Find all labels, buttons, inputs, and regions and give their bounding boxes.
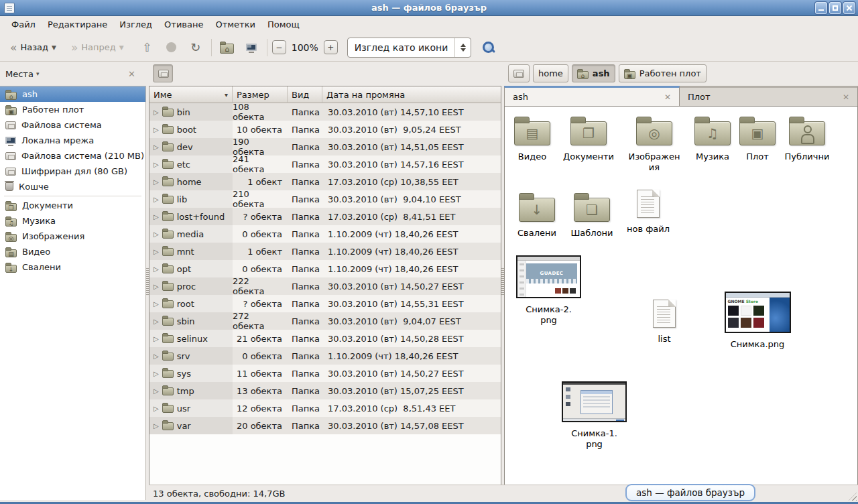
tab-ash[interactable]: ash ✕ <box>504 86 680 106</box>
table-row[interactable]: ▷lib 210 обекта Папка 30.03.2010 (вт) 9,… <box>149 190 501 208</box>
icon-item-snimka[interactable]: GNOME Store Снимка.png <box>724 292 791 350</box>
icon-item-templates[interactable]: ❏ Шаблони <box>568 192 615 239</box>
table-row[interactable]: ▷tmp 13 обекта Папка 30.03.2010 (вт) 15,… <box>149 382 501 399</box>
table-row[interactable]: ▷var 20 обекта Папка 30.03.2010 (вт) 14,… <box>149 417 501 434</box>
sidebar-item-documents[interactable]: Документи <box>0 198 145 213</box>
table-row[interactable]: ▷boot 10 обекта Папка 30.03.2010 (вт) 9,… <box>149 121 501 138</box>
table-row[interactable]: ▷sbin 272 обекта Папка 30.03.2010 (вт) 9… <box>149 312 501 330</box>
table-row[interactable]: ▷lost+found ? обекта Папка 17.03.2010 (с… <box>149 208 501 225</box>
expander-icon[interactable]: ▷ <box>154 213 159 220</box>
sidebar-item-music[interactable]: Музика <box>0 213 145 229</box>
home-button[interactable] <box>217 37 238 58</box>
expander-icon[interactable]: ▷ <box>154 231 159 238</box>
expander-icon[interactable]: ▷ <box>154 178 159 186</box>
back-button[interactable]: « Назад ▼ <box>5 37 61 58</box>
icon-item-video[interactable]: ▤ Видео <box>509 116 556 162</box>
table-row[interactable]: ▷srv 0 обекта Папка 1.10.2009 (чт) 18,40… <box>149 347 501 365</box>
stop-button[interactable] <box>161 37 182 58</box>
icon-item-public[interactable]: Публични <box>782 116 833 162</box>
breadcrumb-root-button[interactable] <box>508 64 530 82</box>
icon-item-downloads[interactable]: ↓ Свалени <box>513 192 560 239</box>
column-header-date[interactable]: Дата на промяна <box>322 86 501 103</box>
table-row[interactable]: ▷etc 241 обекта Папка 30.03.2010 (вт) 14… <box>149 155 501 173</box>
search-button[interactable] <box>478 37 499 58</box>
close-button[interactable] <box>843 2 855 14</box>
menu-view[interactable]: Изглед <box>113 16 158 34</box>
expander-icon[interactable]: ▷ <box>154 335 159 342</box>
expander-icon[interactable]: ▷ <box>154 300 159 308</box>
back-dropdown-icon[interactable]: ▼ <box>52 44 56 51</box>
breadcrumb-home-button[interactable]: home <box>533 64 568 82</box>
sidebar-close-icon[interactable]: ✕ <box>128 69 135 79</box>
icon-item-new-file[interactable]: нов файл <box>624 190 672 235</box>
view-mode-select[interactable]: Изглед като икони <box>347 38 472 58</box>
tab-close-icon[interactable]: ✕ <box>843 92 849 102</box>
icon-item-desktop[interactable]: ▣ Плот <box>736 116 779 162</box>
sidebar-item-desktop[interactable]: Работен плот <box>0 102 145 117</box>
forward-button[interactable]: » Напред ▼ <box>66 37 129 58</box>
expander-icon[interactable]: ▷ <box>154 265 159 273</box>
table-row[interactable]: ▷dev 190 обекта Папка 30.03.2010 (вт) 14… <box>149 138 501 155</box>
breadcrumb-desktop-button[interactable]: Работен плот <box>619 64 707 82</box>
zoom-out-button[interactable]: − <box>272 40 286 54</box>
zoom-in-button[interactable]: + <box>324 40 338 54</box>
sidebar-item-trash[interactable]: Кошче <box>0 179 145 194</box>
breadcrumb-root-button[interactable] <box>153 64 173 82</box>
sidebar-item-encrypted-80gb[interactable]: Шифриран дял (80 GB) <box>0 164 145 179</box>
menu-help[interactable]: Помощ <box>261 16 306 34</box>
icon-item-list[interactable]: list <box>641 300 687 344</box>
expander-icon[interactable]: ▷ <box>154 422 159 430</box>
expander-icon[interactable]: ▷ <box>154 405 159 412</box>
expander-icon[interactable]: ▷ <box>154 370 159 377</box>
menu-bookmarks[interactable]: Отметки <box>209 16 261 34</box>
icon-item-snimka-2[interactable]: GUADEC Снимка-2.png <box>516 255 581 326</box>
expander-icon[interactable]: ▷ <box>154 353 159 360</box>
sidebar-item-filesystem[interactable]: Файлова система <box>0 117 145 133</box>
menu-edit[interactable]: Редактиране <box>42 16 113 34</box>
up-button[interactable]: ⇧ <box>137 37 158 58</box>
sidebar-item-video[interactable]: Видео <box>0 244 145 259</box>
sidebar-item-home[interactable]: ash <box>0 86 145 102</box>
sidebar-item-network[interactable]: Локална мрежа <box>0 133 145 148</box>
expander-icon[interactable]: ▷ <box>154 318 159 325</box>
tab-plot[interactable]: Плот ✕ <box>680 86 858 106</box>
computer-button[interactable] <box>241 37 262 58</box>
reload-button[interactable]: ↻ <box>185 37 206 58</box>
table-row[interactable]: ▷root ? обекта Папка 30.03.2010 (вт) 14,… <box>149 295 501 312</box>
sidebar-item-filesystem-210mb[interactable]: Файлова система (210 MB) <box>0 148 145 164</box>
sidebar-item-pictures[interactable]: Изображения <box>0 229 145 244</box>
places-selector[interactable]: Места ▾ <box>5 69 39 79</box>
breadcrumb-ash-button[interactable]: ash <box>572 64 615 82</box>
table-row[interactable]: ▷usr 12 обекта Папка 17.03.2010 (ср) 8,5… <box>149 399 501 417</box>
table-row[interactable]: ▷mnt 1 обект Папка 1.10.2009 (чт) 18,40,… <box>149 243 501 260</box>
icon-item-documents[interactable]: ❐ Документи <box>565 116 612 162</box>
menu-go[interactable]: Отиване <box>158 16 209 34</box>
column-header-name[interactable]: Име ▾ <box>149 86 233 103</box>
expander-icon[interactable]: ▷ <box>154 109 159 116</box>
expander-icon[interactable]: ▷ <box>154 126 159 133</box>
maximize-button[interactable] <box>829 2 841 14</box>
expander-icon[interactable]: ▷ <box>154 143 159 151</box>
expander-icon[interactable]: ▷ <box>154 387 159 395</box>
expander-icon[interactable]: ▷ <box>154 196 159 203</box>
minimize-button[interactable] <box>815 2 827 14</box>
menu-file[interactable]: Файл <box>5 16 42 34</box>
icon-item-snimka-1[interactable]: Снимка-1.png <box>562 381 627 450</box>
icon-item-pictures[interactable]: ◎ Изображения <box>627 116 681 173</box>
table-row[interactable]: ▷opt 0 обекта Папка 1.10.2009 (чт) 18,40… <box>149 260 501 277</box>
column-header-size[interactable]: Размер <box>233 86 288 103</box>
table-row[interactable]: ▷selinux 21 обекта Папка 30.03.2010 (вт)… <box>149 330 501 347</box>
icon-item-music[interactable]: ♫ Музика <box>689 116 736 162</box>
expander-icon[interactable]: ▷ <box>154 248 159 255</box>
sidebar-item-downloads[interactable]: Свалени <box>0 259 145 275</box>
table-row[interactable]: ▷proc 222 обекта Папка 30.03.2010 (вт) 1… <box>149 277 501 295</box>
table-row[interactable]: ▷home 1 обект Папка 17.03.2010 (ср) 10,3… <box>149 173 501 190</box>
expander-icon[interactable]: ▷ <box>154 161 159 168</box>
table-row[interactable]: ▷bin 108 обекта Папка 30.03.2010 (вт) 14… <box>149 103 501 121</box>
expander-icon[interactable]: ▷ <box>154 283 159 290</box>
column-header-type[interactable]: Вид <box>288 86 322 103</box>
resize-grip[interactable] <box>849 493 857 501</box>
tab-close-icon[interactable]: ✕ <box>664 92 671 102</box>
table-row[interactable]: ▷sys 11 обекта Папка 30.03.2010 (вт) 14,… <box>149 365 501 382</box>
table-row[interactable]: ▷media 0 обекта Папка 1.10.2009 (чт) 18,… <box>149 225 501 243</box>
